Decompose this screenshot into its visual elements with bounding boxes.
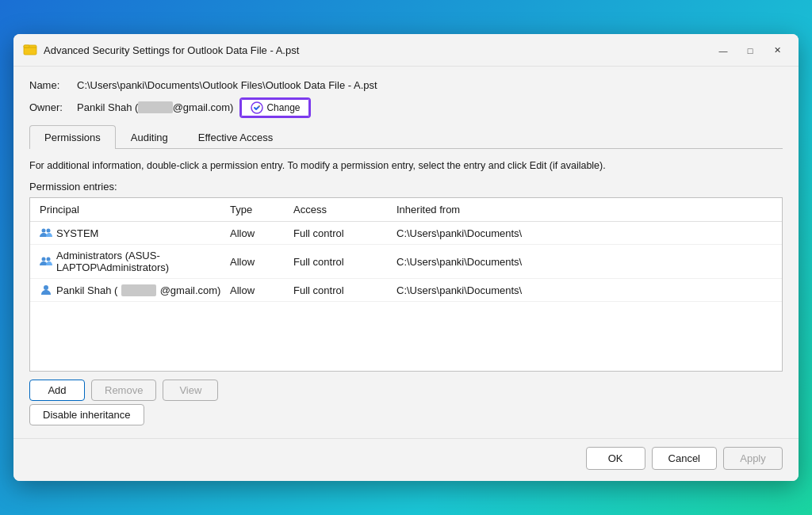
window-title: Advanced Security Settings for Outlook D… bbox=[44, 44, 705, 56]
table-header: Principal Type Access Inherited from bbox=[30, 198, 782, 222]
owner-name-prefix: Pankil Shah ( bbox=[77, 101, 138, 113]
table-row[interactable]: SYSTEM Allow Full control C:\Users\panki… bbox=[30, 222, 782, 245]
owner-label: Owner: bbox=[29, 101, 77, 113]
name-label: Name: bbox=[29, 79, 77, 91]
svg-rect-1 bbox=[24, 45, 29, 48]
owner-email-blurred bbox=[138, 101, 172, 113]
apply-button[interactable]: Apply bbox=[723, 447, 783, 470]
col-access: Access bbox=[290, 201, 393, 218]
cell-type-pankil: Allow bbox=[227, 280, 290, 299]
bottom-section: Add Remove View bbox=[29, 372, 783, 404]
ok-button[interactable]: OK bbox=[586, 447, 645, 470]
col-inherited: Inherited from bbox=[393, 201, 776, 218]
window-controls: — □ ✕ bbox=[711, 42, 789, 59]
section-label: Permission entries: bbox=[29, 181, 783, 193]
cell-access-system: Full control bbox=[290, 223, 393, 242]
svg-point-3 bbox=[42, 229, 46, 233]
add-button[interactable]: Add bbox=[29, 380, 85, 401]
name-value: C:\Users\panki\Documents\Outlook Files\O… bbox=[77, 79, 377, 91]
cell-type-admins: Allow bbox=[227, 246, 290, 277]
principal-system-name: SYSTEM bbox=[56, 227, 98, 239]
permissions-panel: For additional information, double-click… bbox=[29, 149, 783, 426]
cell-inherited-pankil: C:\Users\panki\Documents\ bbox=[393, 280, 776, 299]
description-text: For additional information, double-click… bbox=[29, 158, 783, 174]
principal-admins-name: Administrators (ASUS-LAPTOP\Administrato… bbox=[56, 250, 224, 273]
close-button[interactable]: ✕ bbox=[765, 42, 789, 59]
cell-principal-system: SYSTEM bbox=[36, 223, 227, 242]
principal-pankil-prefix: Pankil Shah ( bbox=[56, 284, 117, 296]
window-icon bbox=[23, 42, 37, 59]
tab-effective-access[interactable]: Effective Access bbox=[183, 125, 288, 149]
cell-inherited-admins: C:\Users\panki\Documents\ bbox=[393, 246, 776, 277]
cell-type-system: Allow bbox=[227, 223, 290, 242]
tabs-bar: Permissions Auditing Effective Access bbox=[29, 124, 783, 149]
col-type: Type bbox=[227, 201, 290, 218]
maximize-button[interactable]: □ bbox=[738, 42, 762, 59]
change-button[interactable]: Change bbox=[239, 97, 311, 118]
change-icon bbox=[251, 101, 263, 114]
title-bar: Advanced Security Settings for Outlook D… bbox=[13, 34, 799, 67]
col-principal: Principal bbox=[36, 201, 227, 218]
svg-point-4 bbox=[47, 229, 51, 233]
svg-point-5 bbox=[42, 258, 46, 261]
minimize-button[interactable]: — bbox=[711, 42, 735, 59]
user-icon bbox=[40, 284, 52, 296]
cell-access-admins: Full control bbox=[290, 246, 393, 277]
cell-inherited-system: C:\Users\panki\Documents\ bbox=[393, 223, 776, 242]
owner-name: Pankil Shah ( @gmail.com) bbox=[77, 101, 233, 113]
cell-principal-pankil: Pankil Shah ( @gmail.com) bbox=[36, 280, 227, 299]
change-button-label: Change bbox=[266, 102, 300, 113]
cell-principal-admins: Administrators (ASUS-LAPTOP\Administrato… bbox=[36, 246, 227, 277]
tab-auditing[interactable]: Auditing bbox=[116, 125, 183, 149]
footer: OK Cancel Apply bbox=[13, 438, 799, 481]
table-row[interactable]: Pankil Shah ( @gmail.com) Allow Full con… bbox=[30, 279, 782, 302]
svg-point-7 bbox=[44, 285, 48, 290]
cell-access-pankil: Full control bbox=[290, 280, 393, 299]
remove-button[interactable]: Remove bbox=[91, 380, 156, 401]
group-icon bbox=[40, 227, 52, 239]
disable-inheritance-button[interactable]: Disable inheritance bbox=[29, 404, 144, 425]
view-button[interactable]: View bbox=[163, 380, 218, 401]
owner-row: Owner: Pankil Shah ( @gmail.com) Change bbox=[29, 97, 783, 118]
cancel-button[interactable]: Cancel bbox=[652, 447, 717, 470]
permission-table: Principal Type Access Inherited from bbox=[29, 197, 783, 372]
tab-permissions[interactable]: Permissions bbox=[29, 125, 116, 149]
main-window: Advanced Security Settings for Outlook D… bbox=[13, 34, 799, 482]
group-icon bbox=[40, 255, 52, 268]
dialog-content: Name: C:\Users\panki\Documents\Outlook F… bbox=[13, 67, 799, 439]
pankil-email-blurred bbox=[121, 284, 155, 296]
table-row[interactable]: Administrators (ASUS-LAPTOP\Administrato… bbox=[30, 245, 782, 279]
svg-point-6 bbox=[47, 258, 51, 261]
principal-pankil-suffix: @gmail.com) bbox=[160, 284, 221, 296]
disable-inheritance-row: Disable inheritance bbox=[29, 404, 783, 425]
name-row: Name: C:\Users\panki\Documents\Outlook F… bbox=[29, 79, 783, 91]
owner-email-suffix: @gmail.com) bbox=[173, 101, 234, 113]
